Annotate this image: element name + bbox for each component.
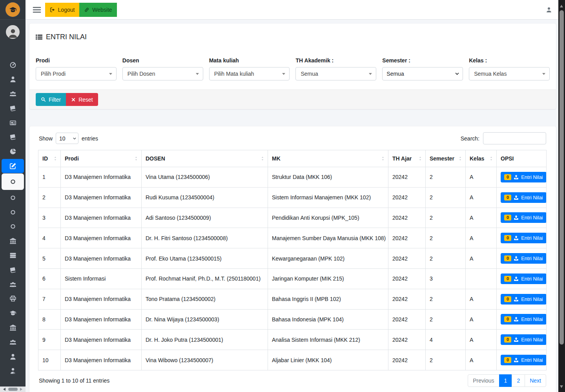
pagination-page-2[interactable]: 2: [512, 374, 525, 387]
cell-prodi: D3 Manajemen Informatika: [61, 350, 142, 370]
sidebar-item-dashboard[interactable]: [0, 58, 26, 72]
filter-button-label: Filter: [49, 97, 61, 103]
prodi-select[interactable]: Pilih Prodi: [36, 67, 117, 80]
sidebar-subitem-active[interactable]: [2, 173, 24, 190]
count-badge: 0: [504, 215, 511, 221]
count-badge: 0: [504, 174, 511, 180]
sidebar-horizontal-scrollbar[interactable]: [0, 387, 26, 392]
col-opsi-label: OPSI: [501, 155, 514, 162]
cell-mk: Struktur Data (MKK 106): [268, 167, 388, 188]
th-akademik-select[interactable]: Semua: [295, 67, 376, 80]
entri-nilai-button[interactable]: 0Entri Nilai: [501, 314, 547, 325]
mata-kuliah-select[interactable]: Pilih Mata kuliah: [209, 67, 290, 80]
user-avatar[interactable]: [6, 25, 20, 39]
right-arrow-icon[interactable]: [20, 388, 24, 391]
pagination-next[interactable]: Next: [525, 374, 546, 387]
search-group: Search:: [461, 132, 546, 144]
entri-nilai-button[interactable]: 0Entri Nilai: [501, 172, 547, 182]
sidebar-item-entri-nilai-active[interactable]: [2, 159, 24, 173]
user-icon: [9, 353, 16, 360]
cell-semester: 3: [426, 268, 466, 289]
cell-kelas: A: [466, 309, 497, 330]
entri-nilai-button[interactable]: 0Entri Nilai: [501, 253, 547, 264]
cell-mk: Aljabar Linier (MKK 104): [268, 350, 388, 370]
table-row: 7D3 Manajemen InformatikaTono Pratama (1…: [38, 289, 547, 309]
col-dosen[interactable]: DOSEN: [142, 150, 268, 167]
semester-select[interactable]: Semua: [382, 67, 463, 80]
sidebar-item-bank-2[interactable]: [0, 321, 26, 335]
entri-nilai-button[interactable]: 0Entri Nilai: [501, 273, 547, 284]
search-input[interactable]: [483, 132, 546, 144]
entri-nilai-button[interactable]: 0Entri Nilai: [501, 233, 547, 243]
scrollbar-thumb[interactable]: [560, 10, 564, 345]
down-arrow-icon[interactable]: [560, 385, 563, 390]
cell-dosen: Prof. Rochmat Hanif, Ph.D., M.T. (250118…: [142, 268, 268, 289]
up-arrow-icon[interactable]: [560, 3, 563, 7]
kelas-select-value: Semua Kelas: [474, 71, 507, 77]
page-title: ENTRI NILAI: [46, 33, 87, 41]
dosen-select[interactable]: Pilih Dosen: [122, 67, 203, 80]
cell-opsi: 0Entri Nilai: [497, 309, 547, 330]
user-menu-icon[interactable]: [546, 7, 552, 13]
sidebar-item-user-2[interactable]: [0, 349, 26, 364]
menu-toggle-button[interactable]: [32, 5, 42, 15]
kelas-select[interactable]: Semua Kelas: [469, 67, 550, 80]
entri-nilai-button[interactable]: 0Entri Nilai: [501, 294, 547, 304]
sort-icon: [458, 156, 463, 161]
entri-nilai-button[interactable]: 0Entri Nilai: [501, 355, 547, 365]
bank-icon: [9, 237, 16, 244]
sidebar-item-book[interactable]: [0, 101, 26, 115]
link-icon: [84, 7, 89, 13]
filter-mata-kuliah: Mata kuliah Pilih Mata kuliah: [209, 57, 290, 80]
reset-button[interactable]: Reset: [66, 93, 98, 106]
sidebar-item-user-md[interactable]: [0, 364, 26, 378]
col-mk[interactable]: MK: [268, 150, 388, 167]
col-prodi[interactable]: Prodi: [61, 150, 142, 167]
cell-kelas: A: [466, 350, 497, 370]
sidebar-item-newspaper[interactable]: [0, 115, 26, 130]
sidebar-item-server[interactable]: [0, 248, 26, 263]
cell-opsi: 0Entri Nilai: [497, 187, 547, 208]
sidebar-item-user[interactable]: [0, 72, 26, 87]
entri-nilai-button[interactable]: 0Entri Nilai: [501, 334, 547, 345]
logout-button[interactable]: Logout: [45, 3, 79, 17]
col-th-ajar[interactable]: TH Ajar: [388, 150, 426, 167]
app-logo[interactable]: [0, 0, 26, 20]
sidebar-item-chart-pie[interactable]: [0, 144, 26, 159]
sidebar-item-printer[interactable]: [0, 292, 26, 306]
vertical-scrollbar[interactable]: [558, 0, 565, 392]
sidebar-item-book-3[interactable]: [0, 263, 26, 277]
filter-button[interactable]: Filter: [36, 93, 66, 106]
left-arrow-icon[interactable]: [2, 388, 5, 391]
sidebar-item-graduation[interactable]: [0, 306, 26, 321]
page-length-select[interactable]: 10: [56, 133, 78, 144]
entri-nilai-label: Entri Nilai: [521, 235, 543, 241]
sidebar-item-users-2[interactable]: [0, 277, 26, 292]
cell-prodi: D3 Manajemen Informatika: [61, 330, 142, 350]
users-icon: [9, 281, 16, 288]
col-semester[interactable]: Semester: [426, 150, 466, 167]
cell-id: 4: [38, 228, 61, 248]
cell-kelas: A: [466, 330, 497, 350]
sidebar-subitem-2[interactable]: [0, 190, 26, 205]
sidebar-item-bank[interactable]: [0, 234, 26, 248]
logo-icon: [5, 2, 20, 17]
col-kelas[interactable]: Kelas: [466, 150, 497, 167]
website-button[interactable]: Website: [79, 3, 117, 17]
sidebar-item-book-2[interactable]: [0, 130, 26, 144]
entri-nilai-button[interactable]: 0Entri Nilai: [501, 212, 547, 223]
upload-icon: [514, 215, 519, 220]
pagination-page-1[interactable]: 1: [499, 374, 512, 387]
table-row: 3D3 Manajemen InformatikaAdi Santoso (12…: [38, 208, 547, 228]
entri-nilai-label: Entri Nilai: [521, 255, 543, 261]
sidebar-subitem-3[interactable]: [0, 205, 26, 219]
sidebar-item-users-3[interactable]: [0, 335, 26, 349]
filter-th-akademik-label: TH Akademik :: [295, 57, 376, 64]
sidebar-subitem-4[interactable]: [0, 219, 26, 234]
col-id[interactable]: ID: [38, 150, 61, 167]
pagination-previous[interactable]: Previous: [468, 374, 499, 387]
sidebar-item-users[interactable]: [0, 87, 26, 101]
table-row: 2D3 Manajemen InformatikaRudi Kusuma (12…: [38, 187, 547, 208]
scrollbar-thumb[interactable]: [8, 388, 18, 391]
entri-nilai-button[interactable]: 0Entri Nilai: [501, 192, 547, 203]
